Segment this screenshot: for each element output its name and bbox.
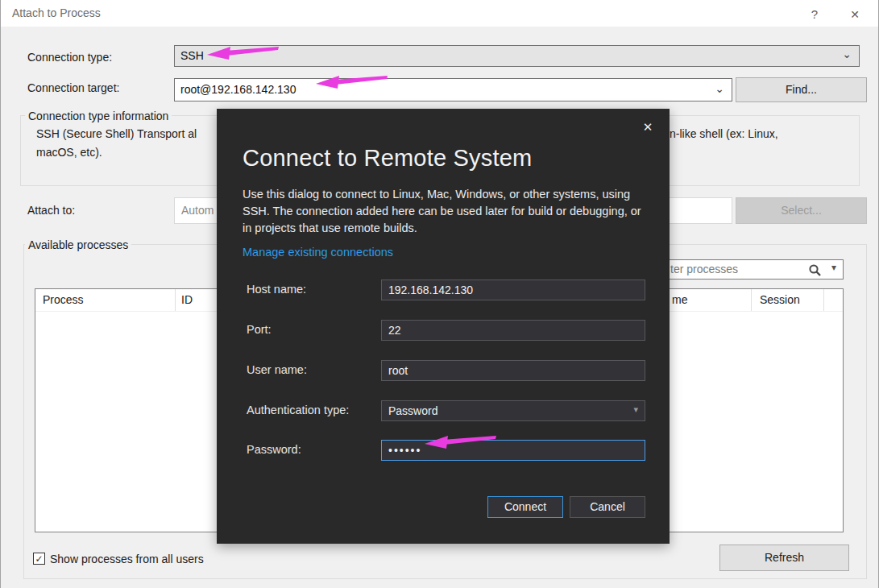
chevron-down-icon: ⌄: [715, 82, 724, 95]
column-divider: [823, 289, 824, 311]
modal-description: Use this dialog to connect to Linux, Mac…: [243, 186, 652, 237]
dialog-titlebar: Attach to Process ? ✕: [1, 0, 878, 27]
port-value: 22: [388, 324, 401, 337]
port-label: Port:: [247, 323, 272, 336]
connect-button[interactable]: Connect: [487, 496, 563, 518]
authentication-type-value: Password: [388, 404, 437, 417]
search-options-caret-icon[interactable]: ▾: [831, 262, 836, 273]
search-icon[interactable]: [808, 263, 822, 277]
authentication-type-dropdown[interactable]: Password ▾: [381, 400, 645, 421]
manage-connections-link[interactable]: Manage existing connections: [243, 246, 393, 259]
caret-down-icon: ▾: [633, 404, 638, 415]
filter-processes-placeholder: ter processes: [670, 263, 738, 275]
column-header-process[interactable]: Process: [43, 293, 84, 306]
attach-to-process-dialog: Attach to Process ? ✕ Connection type: S…: [0, 0, 879, 588]
column-divider: [751, 289, 752, 311]
column-header-id[interactable]: ID: [181, 293, 193, 306]
info-text-line1-right: n-like shell (ex: Linux,: [670, 127, 778, 140]
column-divider: [175, 289, 176, 311]
info-text-line2: macOS, etc).: [36, 146, 102, 159]
password-value: ••••••: [388, 444, 421, 457]
host-name-value: 192.168.142.130: [388, 284, 473, 296]
password-field[interactable]: ••••••: [381, 440, 645, 461]
annotation-arrow-password: [425, 434, 497, 449]
attach-to-value: Autom: [181, 204, 214, 217]
connection-target-label: Connection target:: [27, 81, 119, 94]
connect-to-remote-system-dialog: ✕ Connect to Remote System Use this dial…: [217, 109, 670, 544]
modal-close-icon[interactable]: ✕: [639, 118, 657, 136]
dialog-title: Attach to Process: [12, 6, 101, 19]
connection-target-combobox[interactable]: root@192.168.142.130 ⌄: [174, 78, 732, 101]
user-name-label: User name:: [247, 363, 307, 376]
password-label: Password:: [247, 443, 301, 456]
cancel-button[interactable]: Cancel: [570, 496, 645, 518]
find-button[interactable]: Find...: [736, 77, 867, 102]
refresh-button[interactable]: Refresh: [719, 545, 849, 571]
chevron-down-icon: ⌄: [842, 48, 852, 60]
select-button[interactable]: Select...: [736, 197, 867, 224]
show-all-users-checkbox[interactable]: ✓: [33, 553, 45, 565]
host-name-field[interactable]: 192.168.142.130: [381, 280, 645, 300]
user-name-field[interactable]: root: [381, 360, 645, 381]
attach-to-label: Attach to:: [27, 204, 75, 217]
host-name-label: Host name:: [247, 283, 306, 296]
column-header-session[interactable]: Session: [760, 293, 800, 306]
available-processes-title: Available processes: [25, 238, 131, 251]
annotation-arrow-connection-type: [207, 46, 280, 60]
modal-title: Connect to Remote System: [243, 145, 532, 172]
close-icon[interactable]: ✕: [841, 5, 869, 24]
connection-type-value: SSH: [180, 49, 204, 62]
info-text-line1-left: SSH (Secure Shell) Transport al: [36, 127, 197, 140]
authentication-type-label: Authentication type:: [247, 404, 349, 416]
port-field[interactable]: 22: [381, 320, 645, 341]
connection-type-label: Connection type:: [27, 51, 112, 64]
check-icon: ✓: [35, 553, 43, 565]
show-all-users-label[interactable]: Show processes from all users: [50, 553, 204, 565]
user-name-value: root: [388, 364, 408, 377]
connection-type-info-title: Connection type information: [25, 110, 172, 122]
annotation-arrow-connection-target: [316, 75, 388, 89]
column-header-name-partial[interactable]: me: [672, 293, 687, 306]
help-icon[interactable]: ?: [801, 5, 828, 24]
connection-target-value: root@192.168.142.130: [180, 83, 296, 96]
